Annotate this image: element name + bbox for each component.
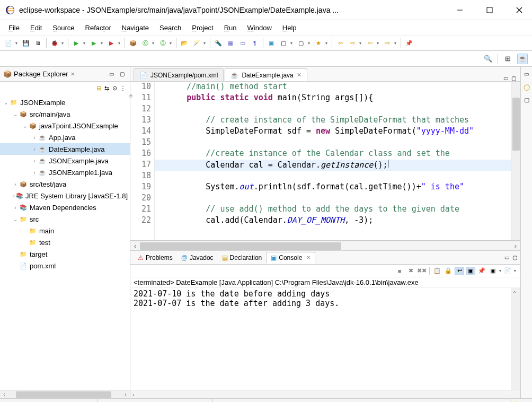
pilcrow-icon[interactable]: ¶: [250, 38, 260, 48]
close-button[interactable]: [512, 3, 527, 18]
menu-run[interactable]: Run: [220, 23, 241, 33]
maximize-view-icon[interactable]: ▢: [117, 69, 127, 79]
show-console-icon[interactable]: ▣: [466, 267, 475, 275]
tree-date-example[interactable]: ›☕DateExample.java: [0, 143, 130, 155]
run-icon[interactable]: ▶: [71, 38, 82, 48]
sidebar-hscroll[interactable]: ‹ ›: [0, 390, 130, 398]
tree-main-folder[interactable]: 📁main: [0, 225, 130, 237]
coverage-icon[interactable]: ▶: [88, 38, 99, 48]
open-console-icon[interactable]: 📄: [503, 267, 512, 275]
minimize-editor-icon[interactable]: ▭: [503, 75, 508, 81]
tree-src[interactable]: ⌄📁src: [0, 213, 130, 225]
save-icon[interactable]: 💾: [21, 38, 31, 48]
menu-source[interactable]: Source: [48, 23, 78, 33]
console-hscroll[interactable]: ‹: [130, 390, 520, 398]
menu-search[interactable]: Search: [155, 23, 185, 33]
tab-date-example[interactable]: ☕DateExample.java✕: [225, 68, 307, 81]
svg-rect-2: [7, 8, 14, 9]
word-wrap-icon[interactable]: ↩: [455, 267, 464, 275]
focus-icon[interactable]: ⊙: [112, 85, 117, 92]
save-all-icon[interactable]: 🗎: [33, 38, 43, 48]
tab-declaration[interactable]: ▤Declaration: [218, 252, 267, 264]
nav-back-icon[interactable]: ⇦: [365, 38, 375, 48]
tab-problems[interactable]: ⚠Problems: [134, 252, 177, 264]
remove-all-icon[interactable]: ✖✖: [417, 267, 427, 275]
tree-test-folder[interactable]: 📁test: [0, 237, 130, 248]
run-last-icon[interactable]: ▶: [106, 38, 117, 48]
java-perspective-icon[interactable]: ☕: [517, 54, 528, 64]
tree-src-test[interactable]: ›📦src/test/java: [0, 178, 130, 190]
new-type-icon[interactable]: Ⓖ: [157, 38, 168, 48]
block-select-icon[interactable]: ▭: [237, 38, 248, 48]
menu-navigate[interactable]: Navigate: [118, 23, 153, 33]
new-icon[interactable]: 📄: [3, 38, 14, 48]
tree-src-main[interactable]: ⌄📦src/main/java: [0, 108, 130, 120]
collapse-all-icon[interactable]: ⊟: [96, 85, 101, 92]
search-icon[interactable]: 🔦: [213, 38, 224, 48]
window-title: eclipse-workspace - JSONExample/src/main…: [19, 6, 453, 14]
editor-hscroll[interactable]: ‹ ›: [130, 241, 520, 250]
project-tree[interactable]: ⌄📁JSONExample ⌄📦src/main/java ⌄📦javaTpoi…: [0, 94, 130, 390]
console-vscroll[interactable]: ⌃: [511, 288, 520, 390]
statusbar: Writable Smart Insert 💡 ◷: [0, 398, 532, 402]
minimize-button[interactable]: [453, 3, 467, 18]
menu-file[interactable]: File: [4, 23, 24, 33]
tab-console[interactable]: ▣Console✕: [266, 252, 315, 264]
maximize-editor-icon[interactable]: ▢: [511, 75, 516, 81]
menu-refactor[interactable]: Refactor: [81, 23, 116, 33]
console-header: <terminated> DateExample [Java Applicati…: [130, 277, 520, 288]
task-icon[interactable]: ▢: [278, 38, 289, 48]
tree-jre[interactable]: ›📚JRE System Library [JavaSE-1.8]: [0, 190, 130, 202]
forward-icon[interactable]: ⇨: [347, 38, 358, 48]
tab-javadoc[interactable]: @Javadoc: [177, 252, 218, 264]
debug-icon[interactable]: 🐞: [49, 38, 60, 48]
console-line: 2021-07-10 is the date before adding day…: [134, 289, 517, 299]
minimize-bottom-icon[interactable]: ▭: [504, 255, 509, 260]
link-editor-icon[interactable]: ⇆: [104, 85, 109, 92]
outline-bar[interactable]: ▭ ◯ ▢: [520, 67, 532, 398]
bookmark-icon[interactable]: ★: [313, 38, 324, 48]
minimize-view-icon[interactable]: ▭: [107, 69, 116, 79]
menu-project[interactable]: Project: [188, 23, 217, 33]
display-console-icon[interactable]: ▣: [488, 267, 498, 275]
status-insert: Smart Insert: [213, 399, 511, 402]
console-output[interactable]: 2021-07-10 is the date before adding day…: [130, 288, 520, 390]
maximize-button[interactable]: [482, 3, 497, 18]
new-class-icon[interactable]: Ⓒ: [140, 38, 150, 48]
code-editor[interactable]: 10 ⊖11 12 13 14 15 16 17 18 19 20 21 22 …: [130, 82, 520, 241]
open-perspective-icon[interactable]: ⊞: [502, 54, 513, 64]
pin-icon[interactable]: 📌: [404, 38, 414, 48]
tree-json-example[interactable]: ›☕JSONExample.java: [0, 155, 130, 167]
tree-target[interactable]: 📁target: [0, 248, 130, 260]
back-icon[interactable]: ⇦: [335, 38, 345, 48]
tree-app-java[interactable]: ›☕App.java: [0, 132, 130, 143]
menu-help[interactable]: Help: [278, 23, 301, 33]
tree-json-example1[interactable]: ›☕JSONExample1.java: [0, 167, 130, 178]
tab-pom[interactable]: 📄JSONExample/pom.xml: [134, 68, 224, 81]
scroll-lock-icon[interactable]: 🔒: [444, 267, 453, 275]
terminate-icon[interactable]: ■: [395, 267, 404, 275]
toggle-comment-icon[interactable]: ▦: [225, 38, 236, 48]
code-content[interactable]: //main() method start public static void…: [155, 82, 511, 240]
view-menu-icon[interactable]: ⋮: [120, 85, 126, 91]
close-tab-icon[interactable]: ✕: [297, 72, 302, 78]
tree-maven[interactable]: ›📚Maven Dependencies: [0, 202, 130, 213]
editor-vscroll[interactable]: [511, 82, 520, 240]
nav-fwd-icon[interactable]: ⇨: [382, 38, 393, 48]
new-package-icon[interactable]: 📦: [128, 38, 138, 48]
pin-console-icon[interactable]: 📌: [477, 267, 486, 275]
tree-project[interactable]: ⌄📁JSONExample: [0, 97, 130, 108]
tree-package[interactable]: ⌄📦javaTpoint.JSONExample: [0, 120, 130, 132]
maximize-bottom-icon[interactable]: ▢: [512, 255, 517, 260]
close-view-icon[interactable]: ✕: [70, 71, 75, 77]
terminal-icon[interactable]: ▣: [266, 38, 277, 48]
clear-console-icon[interactable]: 📋: [432, 267, 442, 275]
open-type-icon[interactable]: 📂: [179, 38, 190, 48]
menu-window[interactable]: Window: [243, 23, 276, 33]
tree-pom[interactable]: 📄pom.xml: [0, 260, 130, 272]
remove-launch-icon[interactable]: ✖: [406, 267, 415, 275]
wand-icon[interactable]: 🪄: [191, 38, 202, 48]
task2-icon[interactable]: ▢: [296, 38, 306, 48]
menu-edit[interactable]: Edit: [26, 23, 46, 33]
quick-access-icon[interactable]: 🔍: [483, 54, 493, 64]
